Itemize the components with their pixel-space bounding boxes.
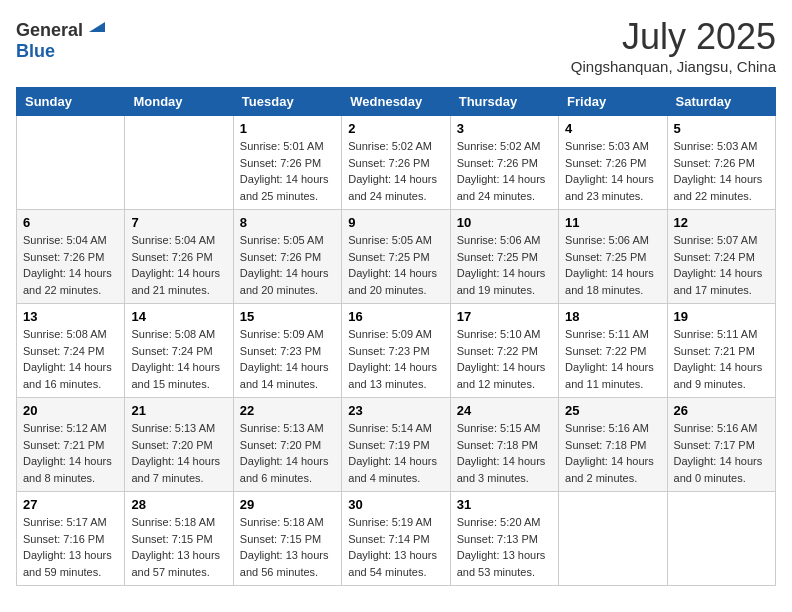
day-info: Sunrise: 5:06 AMSunset: 7:25 PMDaylight:… [457,232,552,298]
day-cell: 9Sunrise: 5:05 AMSunset: 7:25 PMDaylight… [342,210,450,304]
day-cell: 31Sunrise: 5:20 AMSunset: 7:13 PMDayligh… [450,492,558,586]
day-info: Sunrise: 5:09 AMSunset: 7:23 PMDaylight:… [240,326,335,392]
day-number: 8 [240,215,335,230]
day-info: Sunrise: 5:01 AMSunset: 7:26 PMDaylight:… [240,138,335,204]
day-cell: 18Sunrise: 5:11 AMSunset: 7:22 PMDayligh… [559,304,667,398]
day-info: Sunrise: 5:15 AMSunset: 7:18 PMDaylight:… [457,420,552,486]
day-cell [667,492,775,586]
day-info: Sunrise: 5:16 AMSunset: 7:17 PMDaylight:… [674,420,769,486]
weekday-header-tuesday: Tuesday [233,88,341,116]
weekday-header-saturday: Saturday [667,88,775,116]
day-info: Sunrise: 5:13 AMSunset: 7:20 PMDaylight:… [240,420,335,486]
day-number: 26 [674,403,769,418]
day-number: 9 [348,215,443,230]
day-info: Sunrise: 5:08 AMSunset: 7:24 PMDaylight:… [131,326,226,392]
logo-icon [85,16,105,36]
day-number: 11 [565,215,660,230]
day-cell: 10Sunrise: 5:06 AMSunset: 7:25 PMDayligh… [450,210,558,304]
weekday-header-row: SundayMondayTuesdayWednesdayThursdayFrid… [17,88,776,116]
day-cell: 8Sunrise: 5:05 AMSunset: 7:26 PMDaylight… [233,210,341,304]
day-cell: 28Sunrise: 5:18 AMSunset: 7:15 PMDayligh… [125,492,233,586]
day-number: 27 [23,497,118,512]
day-info: Sunrise: 5:11 AMSunset: 7:22 PMDaylight:… [565,326,660,392]
day-info: Sunrise: 5:03 AMSunset: 7:26 PMDaylight:… [674,138,769,204]
location-title: Qingshanquan, Jiangsu, China [571,58,776,75]
day-info: Sunrise: 5:05 AMSunset: 7:25 PMDaylight:… [348,232,443,298]
day-info: Sunrise: 5:19 AMSunset: 7:14 PMDaylight:… [348,514,443,580]
day-cell: 12Sunrise: 5:07 AMSunset: 7:24 PMDayligh… [667,210,775,304]
weekday-header-sunday: Sunday [17,88,125,116]
logo-text-blue: Blue [16,41,55,61]
logo-text-general: General [16,20,83,40]
day-info: Sunrise: 5:06 AMSunset: 7:25 PMDaylight:… [565,232,660,298]
day-cell: 15Sunrise: 5:09 AMSunset: 7:23 PMDayligh… [233,304,341,398]
week-row-4: 20Sunrise: 5:12 AMSunset: 7:21 PMDayligh… [17,398,776,492]
day-info: Sunrise: 5:12 AMSunset: 7:21 PMDaylight:… [23,420,118,486]
day-info: Sunrise: 5:11 AMSunset: 7:21 PMDaylight:… [674,326,769,392]
day-number: 1 [240,121,335,136]
day-number: 6 [23,215,118,230]
day-cell: 5Sunrise: 5:03 AMSunset: 7:26 PMDaylight… [667,116,775,210]
day-cell: 25Sunrise: 5:16 AMSunset: 7:18 PMDayligh… [559,398,667,492]
page-header: General Blue July 2025 Qingshanquan, Jia… [16,16,776,75]
day-info: Sunrise: 5:18 AMSunset: 7:15 PMDaylight:… [131,514,226,580]
week-row-2: 6Sunrise: 5:04 AMSunset: 7:26 PMDaylight… [17,210,776,304]
day-info: Sunrise: 5:09 AMSunset: 7:23 PMDaylight:… [348,326,443,392]
day-info: Sunrise: 5:03 AMSunset: 7:26 PMDaylight:… [565,138,660,204]
day-number: 7 [131,215,226,230]
day-cell: 23Sunrise: 5:14 AMSunset: 7:19 PMDayligh… [342,398,450,492]
day-cell: 6Sunrise: 5:04 AMSunset: 7:26 PMDaylight… [17,210,125,304]
weekday-header-wednesday: Wednesday [342,88,450,116]
day-cell: 2Sunrise: 5:02 AMSunset: 7:26 PMDaylight… [342,116,450,210]
day-info: Sunrise: 5:04 AMSunset: 7:26 PMDaylight:… [23,232,118,298]
day-cell: 21Sunrise: 5:13 AMSunset: 7:20 PMDayligh… [125,398,233,492]
day-cell: 24Sunrise: 5:15 AMSunset: 7:18 PMDayligh… [450,398,558,492]
weekday-header-monday: Monday [125,88,233,116]
day-cell: 16Sunrise: 5:09 AMSunset: 7:23 PMDayligh… [342,304,450,398]
weekday-header-friday: Friday [559,88,667,116]
day-info: Sunrise: 5:13 AMSunset: 7:20 PMDaylight:… [131,420,226,486]
day-cell: 7Sunrise: 5:04 AMSunset: 7:26 PMDaylight… [125,210,233,304]
day-number: 13 [23,309,118,324]
day-number: 23 [348,403,443,418]
day-number: 30 [348,497,443,512]
day-info: Sunrise: 5:14 AMSunset: 7:19 PMDaylight:… [348,420,443,486]
day-info: Sunrise: 5:08 AMSunset: 7:24 PMDaylight:… [23,326,118,392]
calendar-table: SundayMondayTuesdayWednesdayThursdayFrid… [16,87,776,586]
week-row-5: 27Sunrise: 5:17 AMSunset: 7:16 PMDayligh… [17,492,776,586]
day-number: 12 [674,215,769,230]
title-block: July 2025 Qingshanquan, Jiangsu, China [571,16,776,75]
day-cell: 19Sunrise: 5:11 AMSunset: 7:21 PMDayligh… [667,304,775,398]
day-cell: 11Sunrise: 5:06 AMSunset: 7:25 PMDayligh… [559,210,667,304]
day-number: 20 [23,403,118,418]
day-number: 2 [348,121,443,136]
day-number: 25 [565,403,660,418]
day-cell: 29Sunrise: 5:18 AMSunset: 7:15 PMDayligh… [233,492,341,586]
day-number: 18 [565,309,660,324]
svg-marker-0 [89,22,105,32]
week-row-3: 13Sunrise: 5:08 AMSunset: 7:24 PMDayligh… [17,304,776,398]
day-info: Sunrise: 5:05 AMSunset: 7:26 PMDaylight:… [240,232,335,298]
day-cell: 26Sunrise: 5:16 AMSunset: 7:17 PMDayligh… [667,398,775,492]
day-info: Sunrise: 5:10 AMSunset: 7:22 PMDaylight:… [457,326,552,392]
day-cell: 3Sunrise: 5:02 AMSunset: 7:26 PMDaylight… [450,116,558,210]
day-number: 21 [131,403,226,418]
day-cell: 14Sunrise: 5:08 AMSunset: 7:24 PMDayligh… [125,304,233,398]
weekday-header-thursday: Thursday [450,88,558,116]
day-cell: 13Sunrise: 5:08 AMSunset: 7:24 PMDayligh… [17,304,125,398]
day-info: Sunrise: 5:04 AMSunset: 7:26 PMDaylight:… [131,232,226,298]
day-number: 29 [240,497,335,512]
day-cell: 4Sunrise: 5:03 AMSunset: 7:26 PMDaylight… [559,116,667,210]
day-info: Sunrise: 5:07 AMSunset: 7:24 PMDaylight:… [674,232,769,298]
day-number: 22 [240,403,335,418]
day-number: 28 [131,497,226,512]
day-cell [559,492,667,586]
day-cell [125,116,233,210]
day-cell: 1Sunrise: 5:01 AMSunset: 7:26 PMDaylight… [233,116,341,210]
month-title: July 2025 [571,16,776,58]
day-info: Sunrise: 5:17 AMSunset: 7:16 PMDaylight:… [23,514,118,580]
day-cell: 22Sunrise: 5:13 AMSunset: 7:20 PMDayligh… [233,398,341,492]
day-info: Sunrise: 5:02 AMSunset: 7:26 PMDaylight:… [457,138,552,204]
day-cell: 17Sunrise: 5:10 AMSunset: 7:22 PMDayligh… [450,304,558,398]
day-info: Sunrise: 5:20 AMSunset: 7:13 PMDaylight:… [457,514,552,580]
